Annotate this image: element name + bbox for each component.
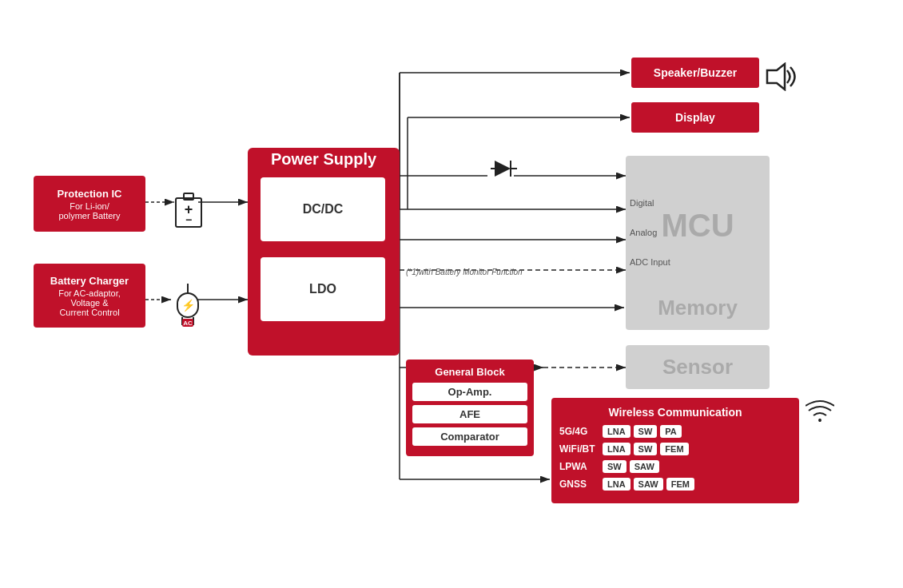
diagram: Protection IC For Li-ion/polymer Battery… xyxy=(0,0,903,588)
memory-block: Memory xyxy=(626,286,770,330)
battery-charger-subtitle: For AC-adaptor,Voltage &Current Control xyxy=(58,288,121,317)
display-label: Display xyxy=(675,111,715,124)
gnss-lna: LNA xyxy=(603,478,631,491)
digital-label: Digital xyxy=(630,198,654,208)
general-block-title: General Block xyxy=(412,366,527,378)
svg-marker-36 xyxy=(767,64,785,89)
gnss-saw: SAW xyxy=(634,478,663,491)
lpwa-sw: SW xyxy=(603,460,627,473)
analog-label: Analog xyxy=(630,228,657,237)
wireless-block: Wireless Communication 5G/4G LNA SW PA W… xyxy=(551,398,799,503)
protection-ic-subtitle: For Li-ion/polymer Battery xyxy=(58,201,120,220)
diode-symbol xyxy=(491,157,519,184)
protection-ic-title: Protection IC xyxy=(58,188,122,200)
wifi-icon xyxy=(806,399,834,429)
wireless-row-lpwa: LPWA SW SAW xyxy=(559,460,791,473)
svg-text:⚡: ⚡ xyxy=(181,299,196,312)
lpwa-label: LPWA xyxy=(559,461,599,472)
gnss-label: GNSS xyxy=(559,479,599,490)
5g-pa: PA xyxy=(660,425,681,438)
power-supply-title: Power Supply xyxy=(248,150,400,169)
wifi-lna: LNA xyxy=(603,443,631,455)
gnss-fem: FEM xyxy=(666,478,694,491)
svg-text:−: − xyxy=(185,213,192,226)
battery-charger-block: Battery Charger For AC-adaptor,Voltage &… xyxy=(34,264,145,328)
protection-ic-block: Protection IC For Li-ion/polymer Battery xyxy=(34,176,145,232)
5g-sw: SW xyxy=(634,425,658,438)
5g-label: 5G/4G xyxy=(559,426,599,437)
display-block: Display xyxy=(631,102,759,133)
svg-text:AC: AC xyxy=(183,320,193,327)
sensor-label: Sensor xyxy=(662,355,733,379)
svg-marker-32 xyxy=(495,161,511,177)
mcu-block: MCU xyxy=(626,156,770,296)
afe-item: AFE xyxy=(412,405,527,423)
charger-icon: ⚡ AC xyxy=(171,284,205,331)
battery-charger-title: Battery Charger xyxy=(50,275,129,287)
5g-lna: LNA xyxy=(603,425,631,438)
lpwa-saw: SAW xyxy=(630,460,659,473)
comparator-item: Comparator xyxy=(412,427,527,446)
wireless-title: Wireless Communication xyxy=(559,406,791,419)
battery-icon: + − xyxy=(174,192,203,235)
sensor-block: Sensor xyxy=(626,345,770,389)
svg-point-37 xyxy=(818,419,821,422)
wifi-fem: FEM xyxy=(660,443,688,455)
ldo-label: LDO xyxy=(309,282,336,296)
wireless-row-gnss: GNSS LNA SAW FEM xyxy=(559,478,791,491)
wifi-label: WiFi/BT xyxy=(559,443,599,455)
adc-label: ADC Input xyxy=(630,257,670,267)
dcdc-block: DC/DC xyxy=(261,177,385,241)
memory-label: Memory xyxy=(658,296,738,320)
speaker-block: Speaker/Buzzer xyxy=(631,58,759,88)
speaker-icon xyxy=(766,62,799,97)
mcu-label: MCU xyxy=(661,208,734,244)
wireless-row-wifi: WiFi/BT LNA SW FEM xyxy=(559,443,791,455)
speaker-label: Speaker/Buzzer xyxy=(654,66,737,79)
general-block: General Block Op-Amp. AFE Comparator xyxy=(406,360,534,456)
wireless-row-5g: 5G/4G LNA SW PA xyxy=(559,425,791,438)
wifi-sw: SW xyxy=(634,443,658,455)
ldo-block: LDO xyxy=(261,257,385,321)
opamp-item: Op-Amp. xyxy=(412,383,527,401)
dcdc-label: DC/DC xyxy=(303,202,344,217)
battery-note: (*1)with Battery Monitor Function xyxy=(406,268,523,276)
